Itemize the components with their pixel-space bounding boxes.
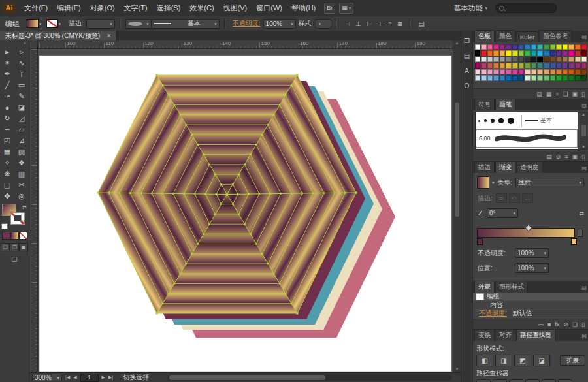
stroke-width-dropdown[interactable]: ▾ (86, 19, 115, 29)
zoom-level-dropdown[interactable]: 300% ▾ (32, 374, 62, 381)
close-icon[interactable]: ✕ (106, 33, 111, 39)
swatch[interactable] (487, 75, 493, 81)
draw-normal-mode-button[interactable]: ❏ (1, 243, 10, 251)
eyedropper-tool[interactable]: ✧ (0, 157, 14, 168)
swatch[interactable] (487, 63, 493, 69)
intersect-icon[interactable]: ◩ (514, 355, 531, 366)
tab[interactable]: 符号 (474, 99, 495, 110)
swatch[interactable] (550, 44, 556, 50)
swatch[interactable] (500, 75, 506, 81)
next-artboard-button[interactable]: ▶ (102, 375, 105, 380)
swatch[interactable] (481, 44, 487, 50)
align-vertical-bottom-icon[interactable]: ≣ (395, 20, 405, 27)
opentype-panel-icon[interactable]: O (465, 82, 470, 89)
swatch[interactable] (519, 69, 525, 75)
align-horizontal-center-icon[interactable]: ⊥ (353, 20, 364, 27)
gradient-angle-dropdown[interactable]: 0° ▾ (487, 208, 518, 218)
scroll-up-icon[interactable]: ▲ (581, 112, 585, 116)
swatch[interactable] (581, 50, 587, 56)
menu-item[interactable]: 效果(C) (185, 0, 218, 16)
swatch[interactable] (481, 63, 487, 69)
stroke-color-swatch[interactable]: ▾ (47, 20, 61, 27)
opacity-dropdown[interactable]: 100% ▾ (263, 19, 296, 29)
none-button[interactable] (20, 232, 27, 239)
swap-fill-stroke-icon[interactable]: ⇄ (22, 204, 27, 210)
swatch[interactable] (556, 63, 562, 69)
selection-tool[interactable]: ▸ (0, 46, 14, 57)
tab[interactable]: 颜色参考 (539, 30, 572, 42)
horizontal-scrollbar-thumb[interactable] (169, 375, 325, 380)
tab[interactable]: 描边 (474, 161, 495, 173)
swatch[interactable] (506, 75, 512, 81)
swatch[interactable] (500, 57, 506, 63)
swatch[interactable] (525, 69, 531, 75)
shape-builder-tool[interactable]: ◰ (0, 135, 14, 146)
tab[interactable]: Kuler (516, 31, 538, 42)
swatch[interactable] (519, 57, 525, 63)
exclude-icon[interactable]: ◪ (533, 355, 550, 366)
swatch[interactable] (493, 50, 499, 56)
direct-selection-tool[interactable]: ▹ (14, 46, 29, 57)
gradient-button[interactable] (11, 232, 18, 239)
gradient-tool[interactable]: ▨ (14, 146, 29, 157)
swatch-options-icon[interactable]: ≡ (555, 91, 559, 97)
swatch[interactable] (512, 50, 518, 56)
tab[interactable]: 外观 (474, 281, 495, 293)
swatch[interactable] (556, 75, 562, 81)
blob-brush-tool[interactable]: ● (0, 102, 14, 113)
swatch[interactable] (525, 50, 531, 56)
swatch[interactable] (537, 75, 543, 81)
draw-behind-mode-button[interactable]: ❐ (10, 243, 19, 251)
gradient-slider[interactable] (478, 226, 583, 247)
swatch[interactable] (537, 63, 543, 69)
swatch[interactable] (506, 44, 512, 50)
swatch[interactable] (531, 44, 537, 50)
gradient-type-dropdown[interactable]: 线性 ▾ (515, 178, 584, 187)
swatch[interactable] (544, 69, 549, 75)
menu-item[interactable]: 窗口(W) (252, 0, 287, 16)
menu-item[interactable]: 视图(V) (219, 0, 252, 16)
swatch[interactable] (525, 44, 531, 50)
new-stroke-icon[interactable]: ▭ (538, 321, 544, 328)
new-fill-icon[interactable]: ■ (547, 321, 551, 328)
character-panel-icon[interactable]: A (465, 67, 469, 74)
vertical-scrollbar-thumb[interactable] (455, 103, 459, 217)
document-tab[interactable]: 未标题-3* @ 300% (CMYK/预览) ✕ (0, 31, 117, 40)
panel-menu-icon[interactable]: ▤ (581, 333, 587, 339)
new-brush-icon[interactable]: ▣ (572, 153, 578, 160)
swatch[interactable] (519, 44, 525, 50)
swatch[interactable] (581, 63, 587, 69)
swatch[interactable] (568, 63, 574, 69)
swatch[interactable] (512, 44, 518, 50)
color-button[interactable] (3, 232, 10, 239)
hexagon-artwork[interactable] (38, 49, 453, 372)
swatch[interactable] (544, 44, 549, 50)
swatch[interactable] (531, 50, 537, 56)
swatch[interactable] (506, 63, 512, 69)
swatch[interactable] (556, 69, 562, 75)
brush-options-icon[interactable]: ≡ (564, 153, 568, 160)
swatch[interactable] (581, 44, 587, 50)
panel-menu-icon[interactable]: ▤ (581, 103, 587, 108)
scroll-up-icon[interactable]: ▲ (453, 40, 461, 46)
menu-item[interactable]: 编辑(E) (52, 0, 86, 16)
swatch[interactable] (481, 57, 487, 63)
swatch[interactable] (500, 63, 506, 69)
swatch[interactable] (531, 63, 537, 69)
pencil-tool[interactable]: ✎ (14, 91, 29, 102)
panel-menu-icon[interactable]: ▤ (581, 285, 587, 291)
align-vertical-center-icon[interactable]: ≡ (385, 20, 395, 27)
swatch[interactable] (550, 69, 556, 75)
menu-item[interactable]: 对象(O) (86, 0, 120, 16)
brush-libraries-icon[interactable]: ▤ (546, 153, 552, 160)
first-artboard-button[interactable]: |◀ (65, 375, 70, 380)
gradient-stop-start[interactable] (477, 238, 483, 245)
swatch[interactable] (525, 63, 531, 69)
swatch[interactable] (512, 63, 518, 69)
previous-artboard-button[interactable]: ◀ (73, 375, 76, 380)
swatch[interactable] (568, 50, 574, 56)
swatch[interactable] (475, 50, 481, 56)
gradient-stop-end[interactable] (571, 238, 577, 245)
delete-brush-icon[interactable]: ▯ (581, 153, 585, 160)
new-swatch-icon[interactable]: ▣ (572, 91, 578, 97)
